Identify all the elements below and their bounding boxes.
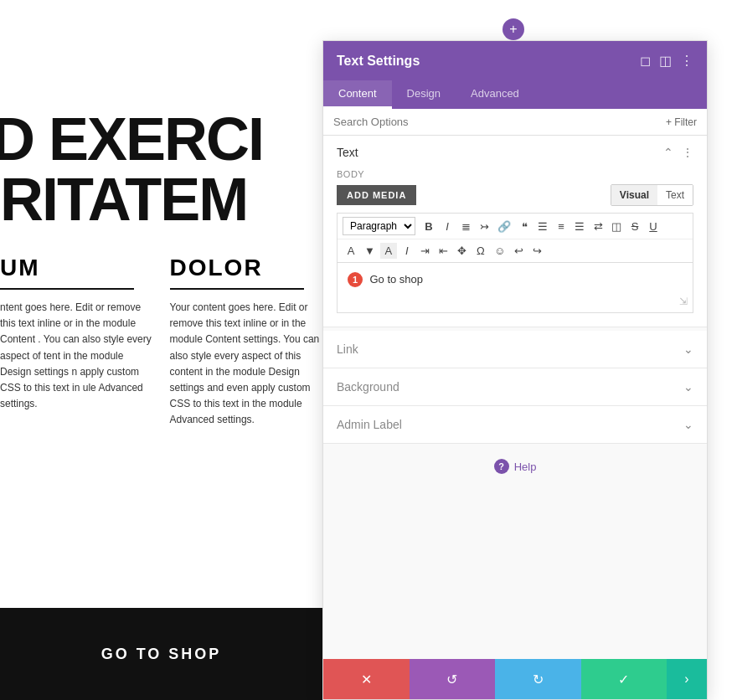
- align-left-button[interactable]: ☰: [534, 219, 551, 234]
- canvas-col-1: UM ntent goes here. Edit or remove this …: [0, 255, 153, 429]
- align-center-button[interactable]: ≡: [553, 219, 570, 234]
- more-options-icon[interactable]: ⋮: [680, 53, 693, 69]
- align-right-button[interactable]: ☰: [571, 219, 588, 234]
- collapse-icon[interactable]: ⌃: [663, 146, 673, 159]
- link-button[interactable]: 🔗: [494, 219, 514, 234]
- link-chevron-icon: ⌄: [683, 342, 693, 356]
- extra-icon: ›: [684, 672, 688, 687]
- italic2-button[interactable]: I: [399, 243, 415, 259]
- toolbar-row-2: A ▼ A I ⇥ ⇤ ✥ Ω ☺ ↩ ↪: [338, 239, 693, 262]
- unordered-list-button[interactable]: ≣: [457, 219, 474, 234]
- save-icon: ✓: [618, 672, 629, 687]
- text-section: Text ⌃ ⋮ Body ADD MEDIA Visual Text: [323, 136, 707, 327]
- background-section-title: Background: [337, 380, 399, 394]
- panel-footer: ✕ ↺ ↻ ✓ ›: [323, 659, 707, 699]
- canvas-bottom-bar: GO TO SHOP: [0, 608, 322, 700]
- link-section-header[interactable]: Link ⌄: [323, 331, 707, 368]
- visual-button[interactable]: Visual: [611, 185, 657, 205]
- extra-save-button[interactable]: ›: [667, 659, 707, 699]
- text-button[interactable]: Text: [657, 185, 693, 205]
- help-link[interactable]: Help: [514, 461, 537, 473]
- visual-text-toggle: Visual Text: [611, 184, 693, 206]
- canvas-col-2: DOLOR Your content goes here. Edit or re…: [170, 255, 323, 429]
- col2-title: DOLOR: [170, 255, 323, 281]
- canvas-shop-text: GO TO SHOP: [101, 646, 222, 663]
- blockquote-button[interactable]: ❝: [516, 219, 533, 234]
- text-section-icons: ⌃ ⋮: [663, 146, 693, 159]
- panel-tabs: Content Design Advanced: [323, 80, 707, 109]
- canvas-area: D EXERCI RITATEM UM ntent goes here. Edi…: [0, 0, 322, 700]
- help-icon: ?: [494, 459, 509, 474]
- tab-design[interactable]: Design: [392, 80, 456, 109]
- cancel-icon: ✕: [361, 672, 372, 687]
- redo-icon: ↻: [533, 672, 544, 687]
- underline-button[interactable]: U: [645, 219, 662, 234]
- panel-body: Text ⌃ ⋮ Body ADD MEDIA Visual Text: [323, 136, 707, 659]
- text-section-header[interactable]: Text ⌃ ⋮: [323, 136, 707, 169]
- emoji-button[interactable]: ☺: [491, 243, 508, 259]
- outdent-button[interactable]: ⇤: [436, 243, 452, 259]
- text-section-body: Body ADD MEDIA Visual Text Paragraph B: [323, 169, 707, 327]
- admin-label-section-header[interactable]: Admin Label ⌄: [323, 406, 707, 443]
- canvas-heading1: D EXERCI: [0, 109, 322, 169]
- panel-title: Text Settings: [337, 54, 420, 69]
- col2-text: Your content goes here. Edit or remove t…: [170, 300, 323, 429]
- resize-handle[interactable]: ⇲: [679, 296, 688, 307]
- tab-advanced[interactable]: Advanced: [456, 80, 534, 109]
- indent-button[interactable]: ⇥: [417, 243, 434, 259]
- editor-toolbar: Paragraph B I ≣ ↣ 🔗 ❝ ☰ ≡ ☰ ⇄ ◫ S: [337, 213, 693, 263]
- canvas-heading2: RITATEM: [0, 169, 322, 229]
- text-color-picker[interactable]: ▼: [361, 243, 379, 259]
- text-bg-button[interactable]: A: [380, 243, 397, 259]
- settings-panel: Text Settings ◻ ◫ ⋮ Content Design Advan…: [322, 40, 708, 700]
- undo-button[interactable]: ↺: [410, 659, 496, 699]
- col1-divider: [0, 288, 134, 290]
- panel-header: Text Settings ◻ ◫ ⋮: [323, 41, 707, 80]
- link-section: Link ⌄: [323, 331, 707, 368]
- admin-label-chevron-icon: ⌄: [683, 418, 693, 431]
- undo-toolbar-button[interactable]: ↩: [510, 243, 527, 259]
- table-button[interactable]: ◫: [608, 219, 625, 234]
- bold-button[interactable]: B: [420, 219, 437, 234]
- content-badge: 1: [348, 272, 363, 287]
- paragraph-select[interactable]: Paragraph: [343, 217, 415, 235]
- fullscreen-button[interactable]: ✥: [454, 243, 471, 259]
- save-button[interactable]: ✓: [581, 659, 667, 699]
- toolbar-row-1: Paragraph B I ≣ ↣ 🔗 ❝ ☰ ≡ ☰ ⇄ ◫ S: [338, 214, 693, 239]
- col1-text: ntent goes here. Edit or remove this tex…: [0, 300, 153, 412]
- admin-label-section: Admin Label ⌄: [323, 406, 707, 444]
- special-char-button[interactable]: Ω: [472, 243, 489, 259]
- background-section: Background ⌄: [323, 368, 707, 406]
- cancel-button[interactable]: ✕: [323, 659, 410, 699]
- add-section-button[interactable]: +: [502, 18, 524, 40]
- editor-top-bar: ADD MEDIA Visual Text: [337, 184, 693, 206]
- redo-toolbar-button[interactable]: ↪: [528, 243, 545, 259]
- justify-button[interactable]: ⇄: [590, 219, 606, 234]
- search-bar: + Filter: [323, 109, 707, 136]
- redo-button[interactable]: ↻: [495, 659, 581, 699]
- add-media-button[interactable]: ADD MEDIA: [337, 185, 416, 205]
- text-color-button[interactable]: A: [343, 243, 359, 259]
- tab-content[interactable]: Content: [323, 80, 392, 109]
- strikethrough-button[interactable]: S: [626, 219, 643, 234]
- col2-divider: [170, 288, 304, 290]
- canvas-columns: UM ntent goes here. Edit or remove this …: [0, 255, 322, 429]
- search-input[interactable]: [333, 116, 666, 128]
- editor-text[interactable]: Go to shop: [369, 273, 423, 286]
- editor-content[interactable]: 1 Go to shop ⇲: [337, 263, 693, 313]
- text-section-menu-icon[interactable]: ⋮: [682, 146, 693, 159]
- col1-title: UM: [0, 255, 153, 281]
- background-chevron-icon: ⌄: [683, 380, 693, 394]
- help-row: ? Help: [323, 444, 707, 489]
- columns-icon[interactable]: ◫: [659, 53, 672, 69]
- wireframe-icon[interactable]: ◻: [640, 53, 651, 69]
- undo-icon: ↺: [446, 672, 457, 687]
- admin-label-section-title: Admin Label: [337, 418, 402, 431]
- text-section-title: Text: [337, 146, 358, 159]
- body-label: Body: [337, 169, 693, 179]
- filter-button[interactable]: + Filter: [666, 116, 697, 128]
- background-section-header[interactable]: Background ⌄: [323, 368, 707, 405]
- plus-icon: +: [509, 22, 517, 37]
- ordered-list-button[interactable]: ↣: [476, 219, 492, 234]
- italic-button[interactable]: I: [439, 219, 456, 234]
